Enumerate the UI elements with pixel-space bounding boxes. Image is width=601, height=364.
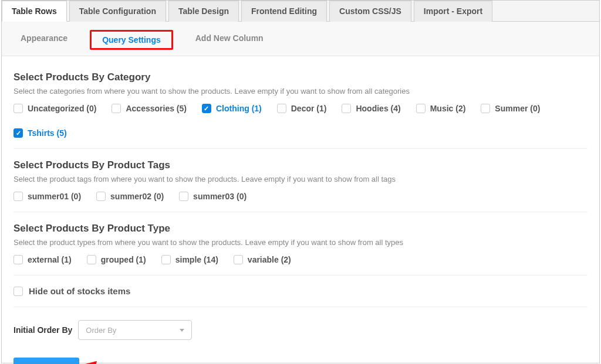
checkbox-label: Hoodies (4) — [356, 104, 400, 113]
arrow-annotation-icon — [89, 362, 147, 365]
order-by-select[interactable]: Order By — [78, 320, 192, 340]
hide-out-of-stock-label: Hide out of stocks items — [29, 286, 130, 296]
primary-tab-table-rows[interactable]: Table Rows — [2, 1, 67, 22]
chevron-down-icon — [180, 329, 184, 332]
checkbox-item[interactable]: summer01 (0) — [13, 192, 81, 201]
primary-tab-import-export[interactable]: Import - Export — [414, 1, 492, 22]
order-by-row: Initial Order By Order By — [13, 320, 588, 340]
checkbox-label: variable (2) — [248, 255, 291, 264]
save-row: Save Settings — [13, 358, 588, 364]
checkbox-icon — [96, 192, 106, 201]
checkbox-item[interactable]: Uncategorized (0) — [13, 104, 96, 113]
primary-tab-custom-css-js[interactable]: Custom CSS/JS — [329, 1, 411, 22]
checkbox-item[interactable]: Accessories (5) — [112, 104, 187, 113]
checkbox-label: Accessories (5) — [126, 104, 187, 113]
section-title: Select Products By Product Tags — [13, 159, 588, 171]
checkbox-label: grouped (1) — [101, 255, 146, 264]
checkbox-item[interactable]: Decor (1) — [277, 104, 327, 113]
section-desc: Select the product types from where you … — [13, 238, 588, 247]
checkbox-icon — [179, 192, 188, 201]
checkbox-item[interactable]: Summer (0) — [481, 104, 540, 113]
checkbox-label: Summer (0) — [495, 104, 540, 113]
checkbox-icon — [202, 104, 211, 113]
checkbox-item[interactable]: Hoodies (4) — [342, 104, 400, 113]
order-by-placeholder: Order By — [86, 326, 116, 335]
checkbox-item[interactable]: summer02 (0) — [96, 192, 164, 201]
hide-out-of-stock-row: Hide out of stocks items — [13, 286, 588, 307]
checkbox-label: summer02 (0) — [110, 192, 164, 201]
checkbox-label: simple (14) — [175, 255, 218, 264]
checkbox-label: Music (2) — [430, 104, 466, 113]
checkbox-label: Uncategorized (0) — [28, 104, 96, 113]
checkbox-icon — [161, 255, 171, 264]
section-type: Select Products By Product Type Select t… — [13, 223, 588, 275]
section-desc: Select the categories from where you wan… — [13, 87, 588, 96]
checkbox-item[interactable]: Clothing (1) — [202, 104, 262, 113]
save-settings-button[interactable]: Save Settings — [13, 358, 79, 364]
checkbox-icon — [234, 255, 243, 264]
section-desc: Select the product tags from where you w… — [13, 175, 588, 183]
sub-tab-query-settings[interactable]: Query Settings — [90, 30, 173, 50]
sub-tabs: AppearanceQuery SettingsAdd New Column — [2, 22, 599, 56]
checkbox-icon — [13, 192, 23, 201]
checkbox-item[interactable]: grouped (1) — [87, 255, 146, 264]
checkbox-label: external (1) — [28, 255, 72, 264]
checkbox-label: Decor (1) — [291, 104, 327, 113]
section-tags: Select Products By Product Tags Select t… — [13, 159, 588, 212]
checkbox-icon — [481, 104, 490, 113]
checkbox-icon — [342, 104, 351, 113]
section-title: Select Products By Category — [13, 72, 588, 83]
checkbox-item[interactable]: external (1) — [13, 255, 72, 264]
sub-tab-add-new-column[interactable]: Add New Column — [190, 30, 269, 50]
checkbox-icon — [416, 104, 426, 113]
checkbox-label: summer03 (0) — [193, 192, 247, 201]
checkbox-item[interactable]: Tshirts (5) — [13, 128, 67, 138]
checkbox-row: external (1)grouped (1)simple (14)variab… — [13, 255, 588, 264]
checkbox-item[interactable]: Music (2) — [416, 104, 466, 113]
checkbox-icon — [13, 104, 23, 113]
primary-tab-table-configuration[interactable]: Table Configuration — [69, 1, 166, 22]
section-title: Select Products By Product Type — [13, 223, 588, 234]
checkbox-icon — [277, 104, 286, 113]
checkbox-row: summer01 (0)summer02 (0)summer03 (0) — [13, 192, 588, 201]
checkbox-item[interactable]: simple (14) — [161, 255, 218, 264]
checkbox-hide-out-of-stock[interactable] — [13, 287, 23, 296]
primary-tab-table-design[interactable]: Table Design — [168, 1, 239, 22]
checkbox-icon — [112, 104, 121, 113]
primary-tabs: Table RowsTable ConfigurationTable Desig… — [2, 1, 599, 22]
section-category: Select Products By Category Select the c… — [13, 72, 588, 149]
checkbox-item[interactable]: variable (2) — [234, 255, 291, 264]
checkbox-icon — [13, 128, 23, 138]
checkbox-icon — [87, 255, 96, 264]
sub-tab-appearance[interactable]: Appearance — [15, 30, 73, 50]
checkbox-item[interactable]: summer03 (0) — [179, 192, 247, 201]
order-by-label: Initial Order By — [13, 325, 72, 335]
checkbox-row: Uncategorized (0)Accessories (5)Clothing… — [13, 104, 588, 138]
checkbox-label: Clothing (1) — [216, 104, 262, 113]
checkbox-label: Tshirts (5) — [28, 128, 67, 138]
checkbox-label: summer01 (0) — [28, 192, 81, 201]
checkbox-icon — [13, 255, 23, 264]
primary-tab-frontend-editing[interactable]: Frontend Editing — [241, 1, 327, 22]
